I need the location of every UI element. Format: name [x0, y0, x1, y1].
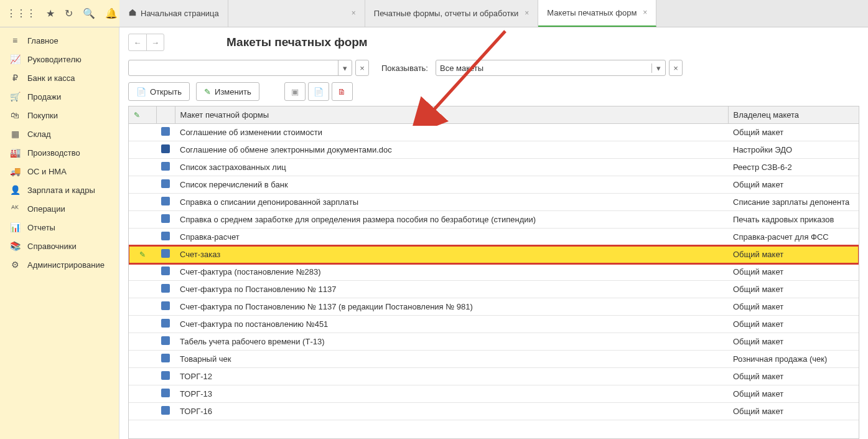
- template-owner-cell: Общий макет: [728, 403, 859, 420]
- col-type-icon: [156, 106, 175, 124]
- document-icon: [161, 319, 170, 328]
- sidebar-item-4[interactable]: 🛍Покупки: [0, 106, 119, 125]
- bell-icon[interactable]: 🔔: [105, 7, 118, 19]
- chevron-down-icon[interactable]: ▾: [651, 64, 665, 73]
- template-name-cell: ТОРГ-16: [175, 403, 728, 420]
- sidebar-item-6[interactable]: 🏭Производство: [0, 143, 119, 162]
- sidebar-item-5[interactable]: ▦Склад: [0, 125, 119, 143]
- tab-forms-reports[interactable]: Печатные формы, отчеты и обработки ×: [365, 0, 539, 27]
- tab-blank[interactable]: ×: [228, 0, 365, 27]
- clear-filter-button[interactable]: ×: [355, 60, 369, 76]
- table-row[interactable]: Справка о списании депонированной зарпла…: [129, 194, 859, 211]
- table-row[interactable]: Список перечислений в банкОбщий макет: [129, 176, 859, 194]
- template-owner-cell: Общий макет: [728, 246, 859, 263]
- edit-indicator-cell: [129, 351, 156, 368]
- template-name-cell: Список застрахованных лиц: [175, 159, 728, 176]
- sidebar-item-11[interactable]: 📚Справочники: [0, 237, 119, 255]
- table-row[interactable]: Справка-расчетСправка-расчет для ФСС: [129, 229, 859, 246]
- close-icon[interactable]: ×: [352, 9, 356, 17]
- type-icon-cell: [156, 211, 175, 229]
- table-row[interactable]: Соглашение об обмене электронными докуме…: [129, 141, 859, 159]
- edit-indicator-cell: [129, 194, 156, 211]
- cart-icon: 🛒: [10, 92, 20, 101]
- type-icon-cell: [156, 316, 175, 333]
- sidebar-item-label: Банк и касса: [27, 73, 75, 83]
- edit-indicator-cell: [129, 159, 156, 176]
- filter-input[interactable]: ▾: [128, 60, 352, 76]
- sidebar-item-2[interactable]: ₽Банк и касса: [0, 68, 119, 87]
- star-icon[interactable]: ★: [46, 7, 55, 19]
- sidebar-item-3[interactable]: 🛒Продажи: [0, 87, 119, 106]
- type-icon-cell: [156, 351, 175, 368]
- table-row[interactable]: ТОРГ-13Общий макет: [129, 385, 859, 403]
- table-row[interactable]: Счет-фактура по Постановлению № 1137Общи…: [129, 281, 859, 298]
- compare-button[interactable]: ▣: [284, 82, 306, 101]
- edit-button[interactable]: ✎ Изменить: [196, 82, 259, 101]
- cart2-icon: 🛍: [10, 110, 20, 120]
- ops-icon: ᴬᴷ: [10, 204, 20, 214]
- sidebar-item-0[interactable]: ≡Главное: [0, 31, 119, 50]
- type-icon-cell: [156, 141, 175, 159]
- table-row[interactable]: ТОРГ-12Общий макет: [129, 368, 859, 385]
- template-name-cell: Табель учета рабочего времени (Т-13): [175, 333, 728, 351]
- history-icon[interactable]: ↻: [65, 7, 73, 19]
- col-name-header[interactable]: Макет печатной формы: [175, 106, 728, 124]
- document-icon: [161, 267, 170, 275]
- apps-icon[interactable]: ⋮⋮⋮: [6, 7, 36, 19]
- template-name-cell: Счет-фактура (постановление №283): [175, 263, 728, 281]
- table-row[interactable]: ✎Счет-заказОбщий макет: [129, 246, 859, 263]
- template-name-cell: ТОРГ-13: [175, 385, 728, 403]
- add-template-button[interactable]: 📄: [308, 82, 329, 101]
- report-icon: 📊: [10, 222, 20, 232]
- template-name-cell: Справка о среднем заработке для определе…: [175, 211, 728, 229]
- delete-template-button[interactable]: 🗎: [332, 82, 353, 101]
- sidebar-item-7[interactable]: 🚚ОС и НМА: [0, 162, 119, 181]
- pencil-icon: ✎: [204, 87, 211, 97]
- sidebar-item-label: Отчеты: [27, 223, 55, 232]
- tab-label: Макеты печатных форм: [547, 8, 637, 17]
- nav-back-button[interactable]: ←: [129, 34, 146, 50]
- sidebar-item-10[interactable]: 📊Отчеты: [0, 218, 119, 237]
- template-name-cell: Счет-заказ: [175, 246, 728, 263]
- boxes-icon: ▦: [10, 129, 20, 139]
- template-owner-cell: Общий макет: [728, 316, 859, 333]
- document-icon: [161, 162, 170, 171]
- table-row[interactable]: Соглашение об изменении стоимостиОбщий м…: [129, 124, 859, 141]
- sidebar-item-label: Главное: [27, 36, 58, 45]
- sidebar-item-1[interactable]: 📈Руководителю: [0, 50, 119, 68]
- table-row[interactable]: Счет-фактура (постановление №283)Общий м…: [129, 263, 859, 281]
- show-select[interactable]: Все макеты ▾: [436, 60, 666, 76]
- template-name-cell: Счет-фактура по постановлению №451: [175, 316, 728, 333]
- sidebar-item-9[interactable]: ᴬᴷОперации: [0, 199, 119, 218]
- table-row[interactable]: Справка о среднем заработке для определе…: [129, 211, 859, 229]
- document-icon: [161, 127, 170, 136]
- person-icon: 👤: [10, 185, 20, 195]
- type-icon-cell: [156, 124, 175, 141]
- search-icon[interactable]: 🔍: [83, 7, 95, 19]
- truck-icon: 🚚: [10, 166, 20, 176]
- nav-forward-button[interactable]: →: [146, 34, 164, 50]
- type-icon-cell: [156, 333, 175, 351]
- sidebar-item-label: Администрирование: [27, 260, 105, 270]
- table-row[interactable]: Табель учета рабочего времени (Т-13)Общи…: [129, 333, 859, 351]
- tab-home[interactable]: Начальная страница: [119, 0, 228, 27]
- table-row[interactable]: Счет-фактура по Постановлению № 1137 (в …: [129, 298, 859, 316]
- table-row[interactable]: Счет-фактура по постановлению №451Общий …: [129, 316, 859, 333]
- close-icon[interactable]: ×: [643, 8, 647, 17]
- tab-print-templates[interactable]: Макеты печатных форм ×: [538, 0, 656, 27]
- col-owner-header[interactable]: Владелец макета: [728, 106, 859, 124]
- table-row[interactable]: Товарный чекРозничная продажа (чек): [129, 351, 859, 368]
- clear-show-button[interactable]: ×: [669, 60, 683, 76]
- edit-indicator-cell: [129, 124, 156, 141]
- sidebar-item-label: Продажи: [27, 92, 61, 101]
- sidebar-item-12[interactable]: ⚙Администрирование: [0, 255, 119, 274]
- pencil-icon: ✎: [134, 111, 140, 120]
- template-owner-cell: Общий макет: [728, 263, 859, 281]
- close-icon[interactable]: ×: [525, 9, 529, 17]
- table-row[interactable]: ТОРГ-16Общий макет: [129, 403, 859, 420]
- sidebar-item-8[interactable]: 👤Зарплата и кадры: [0, 181, 119, 199]
- table-row[interactable]: Список застрахованных лицРеестр СЗВ-6-2: [129, 159, 859, 176]
- type-icon-cell: [156, 298, 175, 316]
- open-button[interactable]: 📄 Открыть: [128, 82, 190, 101]
- chevron-down-icon[interactable]: ▾: [338, 60, 352, 75]
